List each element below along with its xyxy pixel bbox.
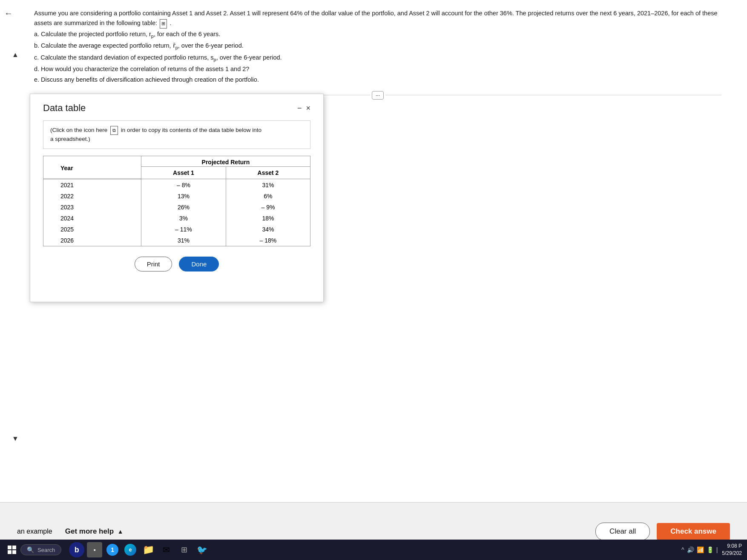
speaker-icon[interactable]: 🔊 <box>687 546 694 553</box>
up-arrow[interactable]: ▲ <box>12 51 19 59</box>
table-cell-year: 2026 <box>43 235 141 246</box>
taskbar-start: 🔍 Search <box>5 543 61 557</box>
modal-controls: − × <box>297 104 310 112</box>
windows-start-button[interactable] <box>5 543 19 557</box>
table-row: 2025– 11%34% <box>43 224 310 235</box>
table-cell-asset1: 26% <box>141 202 226 213</box>
table-row: 202213%6% <box>43 191 310 202</box>
taskbar-right: ^ 🔊 📶 🔋 | 9:08 P 5/29/202 <box>681 543 742 557</box>
table-cell-year: 2022 <box>43 191 141 202</box>
table-cell-asset2: 31% <box>226 179 310 191</box>
chevron-up-taskbar-icon[interactable]: ^ <box>681 546 684 553</box>
taskbar-apps: b ▪ 1 e 📁 ✉ ⊞ 🐦 <box>69 542 210 557</box>
asset2-header: Asset 2 <box>226 166 310 179</box>
part-a-rest: , for each of the 6 years. <box>154 31 220 37</box>
dots-button[interactable]: ··· <box>372 91 384 100</box>
taskbar-app-bird[interactable]: 🐦 <box>194 542 210 557</box>
table-cell-asset2: – 18% <box>226 235 310 246</box>
table-cell-year: 2023 <box>43 202 141 213</box>
taskbar-app-square[interactable]: ▪ <box>87 542 102 557</box>
taskbar-app-grid[interactable]: ⊞ <box>176 542 192 557</box>
get-more-help-link[interactable]: Get more help ▲ <box>65 527 124 536</box>
table-cell-asset1: – 11% <box>141 224 226 235</box>
table-cell-asset2: 6% <box>226 191 310 202</box>
table-cell-asset2: – 9% <box>226 202 310 213</box>
down-arrow[interactable]: ▼ <box>12 435 19 443</box>
data-table-modal: Data table − × (Click on the icon here ⧉… <box>30 94 324 302</box>
problem-text: Assume you are considering a portfolio c… <box>34 9 734 85</box>
table-cell-asset2: 34% <box>226 224 310 235</box>
table-cell-asset1: – 8% <box>141 179 226 191</box>
data-table-wrapper: Year Projected Return Asset 1 Asset 2 20… <box>43 156 310 246</box>
taskbar-app-1[interactable]: 1 <box>105 542 120 557</box>
taskbar-search[interactable]: 🔍 Search <box>20 544 61 555</box>
instruction-text-2: in order to copy its contents of the dat… <box>121 127 261 133</box>
table-cell-year: 2025 <box>43 224 141 235</box>
taskbar-app-b[interactable]: b <box>69 542 84 557</box>
copy-icon[interactable]: ⧉ <box>110 126 118 135</box>
projected-return-header: Projected Return <box>141 156 310 167</box>
part-b-label: b. Calculate the average expected portfo… <box>34 42 175 49</box>
table-cell-asset1: 13% <box>141 191 226 202</box>
search-text: Search <box>37 547 55 553</box>
modal-minimize-button[interactable]: − <box>297 104 302 112</box>
wifi-icon[interactable]: 📶 <box>697 546 704 553</box>
data-table: Year Projected Return Asset 1 Asset 2 20… <box>43 156 310 246</box>
table-row: 20243%18% <box>43 213 310 224</box>
left-arrow[interactable]: ← <box>4 9 13 18</box>
taskbar-app-edge[interactable]: e <box>123 542 138 557</box>
battery-icon[interactable]: 🔋 <box>707 546 714 553</box>
modal-footer: Print Done <box>43 257 310 271</box>
table-cell-asset1: 3% <box>141 213 226 224</box>
taskbar-app-folder[interactable]: 📁 <box>141 542 156 557</box>
instruction-text-3: a spreadsheet.) <box>50 136 90 142</box>
modal-close-button[interactable]: × <box>306 104 310 112</box>
system-icons: ^ 🔊 📶 🔋 | <box>681 546 718 553</box>
modal-titlebar: Data table − × <box>43 103 310 114</box>
instruction-text-1: (Click on the icon here <box>50 127 107 133</box>
table-row: 202326%– 9% <box>43 202 310 213</box>
clear-all-button[interactable]: Clear all <box>595 523 650 540</box>
table-cell-asset1: 31% <box>141 235 226 246</box>
modal-instruction: (Click on the icon here ⧉ in order to co… <box>43 120 310 149</box>
part-c-rest: , over the 6-year period. <box>216 54 282 61</box>
taskbar-clock[interactable]: 9:08 P 5/29/202 <box>722 543 742 557</box>
part-c-label: c. Calculate the standard deviation of e… <box>34 54 214 61</box>
search-icon: 🔍 <box>27 546 34 553</box>
asset1-header: Asset 1 <box>141 166 226 179</box>
part-a-label: a. Calculate the projected portfolio ret… <box>34 31 151 37</box>
clock-date: 5/29/202 <box>722 550 742 557</box>
table-cell-year: 2021 <box>43 179 141 191</box>
taskbar: 🔍 Search b ▪ 1 e 📁 ✉ ⊞ 🐦 ^ 🔊 📶 🔋 | 9:08 … <box>0 540 747 560</box>
table-cell-year: 2024 <box>43 213 141 224</box>
print-button[interactable]: Print <box>135 257 172 271</box>
bottom-left: an example Get more help ▲ <box>17 527 124 536</box>
check-answer-button[interactable]: Check answe <box>657 523 730 540</box>
bottom-right: Clear all Check answe <box>595 523 730 540</box>
table-icon[interactable]: ⊞ <box>160 19 167 29</box>
part-d-label: d. How would you characterize the correl… <box>34 64 726 74</box>
example-label: an example <box>17 528 52 535</box>
intro-text: Assume you are considering a portfolio c… <box>34 10 718 26</box>
taskbar-app-mail[interactable]: ✉ <box>158 542 174 557</box>
main-content: ← ▲ ▼ Assume you are considering a portf… <box>0 0 747 502</box>
table-cell-asset2: 18% <box>226 213 310 224</box>
part-e-label: e. Discuss any benefits of diversificati… <box>34 75 726 85</box>
clock-time: 9:08 P <box>722 543 742 550</box>
table-row: 2021– 8%31% <box>43 179 310 191</box>
modal-title: Data table <box>43 103 86 114</box>
part-b-rest: , over the 6-year period. <box>178 42 244 49</box>
network-icon: | <box>716 546 718 553</box>
done-button[interactable]: Done <box>179 257 219 271</box>
chevron-up-icon: ▲ <box>118 528 124 535</box>
table-row: 202631%– 18% <box>43 235 310 246</box>
year-header: Year <box>43 156 141 179</box>
